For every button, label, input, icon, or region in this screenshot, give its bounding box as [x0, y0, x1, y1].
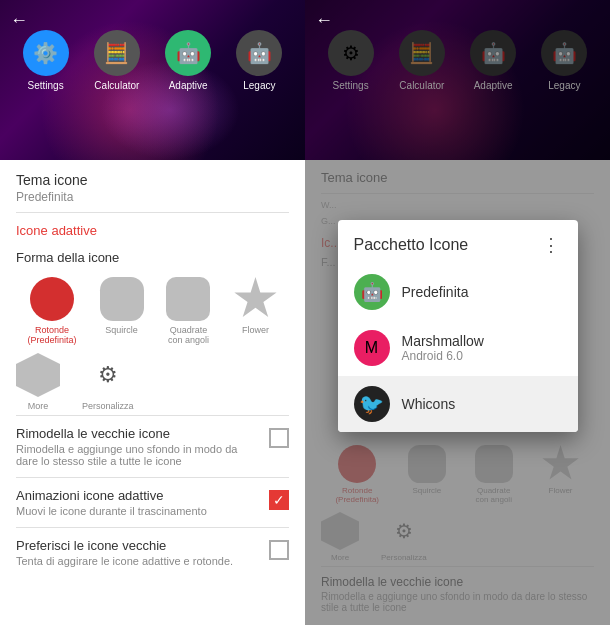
right-panel: ← ⚙ Settings 🧮 Calculator 🤖 Adaptive 🤖 L… — [305, 0, 610, 625]
shape-hexagon — [16, 353, 60, 397]
left-shape-section-label: Forma della icone — [0, 246, 305, 273]
dialog-item-whicons[interactable]: 🐦 Whicons — [338, 376, 578, 432]
whicons-icon: 🐦 — [354, 386, 390, 422]
left-adaptive-icon-item[interactable]: 🤖 Adaptive — [165, 30, 211, 91]
left-settings-icon-item[interactable]: ⚙️ Settings — [23, 30, 69, 91]
option-3-text: Preferisci le icone vecchie Tenta di agg… — [16, 538, 259, 567]
left-option-1: Rimodella le vecchie icone Rimodella e a… — [0, 416, 305, 477]
shape-rounded-sq-item[interactable]: Quadratecon angoli — [166, 277, 210, 345]
option-1-desc: Rimodella e aggiunge uno sfondo in modo … — [16, 443, 259, 467]
left-shapes-row2: More ⚙ Personalizza — [0, 349, 305, 415]
left-shapes-row: Rotonde(Predefinita) Squircle Quadrateco… — [0, 273, 305, 349]
left-header-bg: ← ⚙️ Settings 🧮 Calculator 🤖 Adaptive 🤖 … — [0, 0, 305, 160]
right-adaptive-icon-item[interactable]: 🤖 Adaptive — [470, 30, 516, 91]
right-calculator-icon: 🧮 — [399, 30, 445, 76]
sliders-icon: ⚙ — [86, 353, 130, 397]
right-content-below: Tema icone W... G... Ic... F... Pacchett… — [305, 160, 610, 625]
right-adaptive-icon: 🤖 — [470, 30, 516, 76]
shape-squircle-item[interactable]: Squircle — [100, 277, 144, 335]
left-theme-title: Tema icone — [0, 160, 305, 190]
legacy-icon: 🤖 — [236, 30, 282, 76]
settings-icon: ⚙️ — [23, 30, 69, 76]
option-2-title: Animazioni icone adattive — [16, 488, 259, 503]
right-settings-icon-item[interactable]: ⚙ Settings — [328, 30, 374, 91]
shape-customize-item[interactable]: ⚙ Personalizza — [82, 353, 134, 411]
option-1-checkbox[interactable] — [269, 428, 289, 448]
right-settings-icon: ⚙ — [328, 30, 374, 76]
shape-circle-label: Rotonde(Predefinita) — [27, 325, 76, 345]
whicons-label: Whicons — [402, 396, 562, 412]
adaptive-label: Adaptive — [169, 80, 208, 91]
dialog-header: Pacchetto Icone ⋮ — [338, 220, 578, 264]
marshmallow-icon: M — [354, 330, 390, 366]
predefinita-icon: 🤖 — [354, 274, 390, 310]
shape-circle-item[interactable]: Rotonde(Predefinita) — [27, 277, 76, 345]
dialog-item-predefinita[interactable]: 🤖 Predefinita — [338, 264, 578, 320]
predefinita-label: Predefinita — [402, 284, 562, 300]
shape-circle — [30, 277, 74, 321]
left-icons-row: ⚙️ Settings 🧮 Calculator 🤖 Adaptive 🤖 Le… — [0, 0, 305, 101]
customize-label: Personalizza — [82, 401, 134, 411]
adaptive-icon: 🤖 — [165, 30, 211, 76]
marshmallow-label: Marshmallow — [402, 333, 562, 349]
option-1-title: Rimodella le vecchie icone — [16, 426, 259, 441]
left-calculator-icon-item[interactable]: 🧮 Calculator — [94, 30, 140, 91]
right-legacy-icon: 🤖 — [541, 30, 587, 76]
package-dialog: Pacchetto Icone ⋮ 🤖 Predefinita M Marshm… — [338, 220, 578, 432]
right-calculator-label: Calculator — [399, 80, 444, 91]
predefinita-text: Predefinita — [402, 284, 562, 300]
option-1-text: Rimodella le vecchie icone Rimodella e a… — [16, 426, 259, 467]
dialog-overlay: Pacchetto Icone ⋮ 🤖 Predefinita M Marshm… — [305, 160, 610, 625]
option-2-text: Animazioni icone adattive Muovi le icone… — [16, 488, 259, 517]
option-3-desc: Tenta di aggirare le icone adattive e ro… — [16, 555, 259, 567]
shape-rounded-square — [166, 277, 210, 321]
right-adaptive-label: Adaptive — [474, 80, 513, 91]
right-header-overlay: ← ⚙ Settings 🧮 Calculator 🤖 Adaptive 🤖 L… — [305, 0, 610, 160]
right-legacy-label: Legacy — [548, 80, 580, 91]
shape-squircle — [100, 277, 144, 321]
marshmallow-sub: Android 6.0 — [402, 349, 562, 363]
whicons-text: Whicons — [402, 396, 562, 412]
dialog-title: Pacchetto Icone — [354, 236, 469, 254]
marshmallow-text: Marshmallow Android 6.0 — [402, 333, 562, 363]
option-3-title: Preferisci le icone vecchie — [16, 538, 259, 553]
calculator-label: Calculator — [94, 80, 139, 91]
dialog-item-marshmallow[interactable]: M Marshmallow Android 6.0 — [338, 320, 578, 376]
right-calculator-icon-item[interactable]: 🧮 Calculator — [399, 30, 445, 91]
shape-flower-item[interactable]: Flower — [233, 277, 277, 335]
right-icons-row: ⚙ Settings 🧮 Calculator 🤖 Adaptive 🤖 Leg… — [305, 0, 610, 101]
option-2-desc: Muovi le icone durante il trascinamento — [16, 505, 259, 517]
settings-label: Settings — [28, 80, 64, 91]
left-settings-content: Tema icone Predefinita Icone adattive Fo… — [0, 160, 305, 625]
shape-flower — [233, 277, 277, 321]
dialog-more-button[interactable]: ⋮ — [542, 234, 562, 256]
shape-flower-label: Flower — [242, 325, 269, 335]
right-legacy-icon-item[interactable]: 🤖 Legacy — [541, 30, 587, 91]
legacy-label: Legacy — [243, 80, 275, 91]
left-option-3: Preferisci le icone vecchie Tenta di agg… — [0, 528, 305, 577]
shape-hex-item[interactable]: More — [16, 353, 60, 411]
left-adaptive-section-label: Icone adattive — [0, 213, 305, 246]
option-3-checkbox[interactable] — [269, 540, 289, 560]
right-settings-label: Settings — [333, 80, 369, 91]
left-panel: ← ⚙️ Settings 🧮 Calculator 🤖 Adaptive 🤖 … — [0, 0, 305, 625]
left-theme-subtitle: Predefinita — [0, 190, 305, 212]
shape-rounded-sq-label: Quadratecon angoli — [168, 325, 209, 345]
shape-squircle-label: Squircle — [105, 325, 138, 335]
calculator-icon: 🧮 — [94, 30, 140, 76]
left-legacy-icon-item[interactable]: 🤖 Legacy — [236, 30, 282, 91]
more-label: More — [28, 401, 49, 411]
left-option-2: Animazioni icone adattive Muovi le icone… — [0, 478, 305, 527]
option-2-checkbox[interactable]: ✓ — [269, 490, 289, 510]
